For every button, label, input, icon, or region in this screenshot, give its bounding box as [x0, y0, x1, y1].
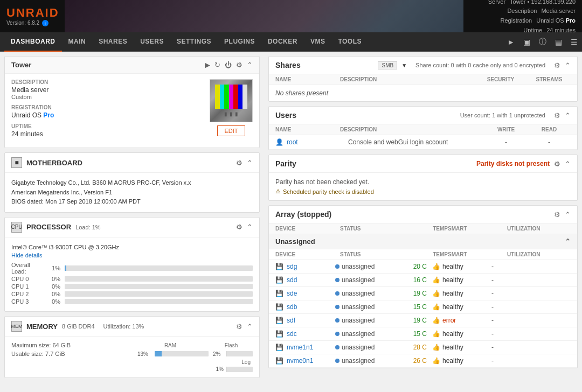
device-status-sdb: unassigned — [335, 303, 400, 311]
device-name-sde[interactable]: sde — [287, 290, 335, 297]
menu-icon[interactable]: ☰ — [571, 38, 578, 46]
smart-text-sde: healthy — [442, 290, 463, 297]
processor-settings-icon[interactable]: ⚙ — [236, 223, 242, 231]
unassigned-collapse-icon[interactable]: ⌃ — [565, 237, 571, 246]
motherboard-collapse-icon[interactable]: ⌃ — [247, 159, 253, 167]
shares-settings-icon[interactable]: ⚙ — [554, 61, 560, 69]
cpu2-pct: 0% — [45, 291, 60, 297]
shares-col-desc: DESCRIPTION — [340, 76, 474, 82]
help-icon[interactable]: ⓘ — [539, 37, 546, 47]
array-table-header: DEVICE STATUS TEMP SMART UTILIZATION — [269, 223, 577, 234]
processor-collapse-icon[interactable]: ⌃ — [247, 223, 253, 231]
no-shares-text: No shares present — [269, 85, 577, 101]
flash-pct: 2% — [213, 351, 224, 357]
tower-collapse-icon[interactable]: ⌃ — [247, 61, 253, 69]
nav-main[interactable]: MAIN — [62, 32, 93, 52]
device-temp-sdd: 16 C — [400, 276, 432, 284]
shares-col-name: NAME — [275, 76, 340, 82]
device-status-sde: unassigned — [335, 290, 400, 297]
user-read-root: - — [528, 138, 571, 146]
array-collapse-icon[interactable]: ⌃ — [565, 211, 571, 219]
parity-collapse-icon[interactable]: ⌃ — [565, 160, 571, 168]
cpu-model: Intel® Core™ i3-9300T CPU @ 3.20GHz — [11, 243, 253, 253]
left-panel: Tower ▶ ↻ ⏻ ⚙ ⌃ DESCRIPTION Media server — [0, 52, 264, 392]
nav-vms[interactable]: VMS — [304, 32, 332, 52]
tower-power-icon[interactable]: ⏻ — [225, 61, 232, 69]
device-name-sdb[interactable]: sdb — [287, 303, 335, 311]
cpu3-pct: 0% — [45, 298, 60, 305]
nav-tools[interactable]: TOOLS — [331, 32, 368, 52]
parity-body-text: Parity has not been checked yet. — [275, 178, 571, 186]
terminal-icon[interactable]: ► — [507, 38, 515, 46]
nav-docker[interactable]: DOCKER — [261, 32, 304, 52]
flash-bar — [226, 351, 253, 356]
share-count: Share count: 0 with 0 cache only and 0 e… — [415, 62, 545, 68]
nav-shares[interactable]: SHARES — [92, 32, 134, 52]
device-util-sdb: - — [491, 303, 571, 311]
users-settings-icon[interactable]: ⚙ — [554, 111, 560, 120]
memory-collapse-icon[interactable]: ⌃ — [247, 323, 253, 331]
device-util-sdd: - — [491, 276, 571, 284]
motherboard-settings-icon[interactable]: ⚙ — [236, 159, 242, 167]
device-status-sdd: unassigned — [335, 276, 400, 284]
users-collapse-icon[interactable]: ⌃ — [565, 111, 571, 120]
device-rows: 💾 sdg unassigned 20 C 👍 healthy - 💾 sdd … — [269, 260, 577, 368]
device-name-sdc[interactable]: sdc — [287, 330, 335, 338]
device-row: 💾 sde unassigned 19 C 👍 healthy - — [269, 287, 577, 300]
server-info: Server Tower • 192.168.199.220 Descripti… — [488, 0, 576, 32]
status-dot-nvme1n1 — [335, 345, 340, 349]
drive-icon: 💾 — [275, 330, 283, 338]
shares-collapse-icon[interactable]: ⌃ — [565, 61, 571, 69]
nav-settings[interactable]: SETTINGS — [170, 32, 218, 52]
device-row: 💾 sdf unassigned 19 C 👍 error - — [269, 314, 577, 327]
parity-settings-icon[interactable]: ⚙ — [554, 160, 560, 168]
device-util-sdg: - — [491, 263, 571, 270]
device-util-sdc: - — [491, 330, 571, 338]
nav-dashboard[interactable]: DASHBOARD — [4, 32, 62, 52]
device-name-nvme0n1[interactable]: nvme0n1 — [287, 357, 335, 365]
motherboard-line2: American Megatrends Inc., Version F1 — [11, 188, 253, 198]
monitor-icon[interactable]: ▣ — [523, 38, 530, 46]
device-name-sdg[interactable]: sdg — [287, 263, 335, 270]
smart-thumb-sdf: 👍 — [432, 317, 440, 324]
smart-thumb-sdg: 👍 — [432, 263, 440, 270]
nav-plugins[interactable]: PLUGINS — [218, 32, 261, 52]
tower-reg-label: REGISTRATION — [11, 104, 210, 110]
device-name-nvme1n1[interactable]: nvme1n1 — [287, 344, 335, 351]
tower-refresh-icon[interactable]: ↻ — [214, 61, 220, 69]
smart-thumb-sde: 👍 — [432, 290, 440, 297]
smb-badge[interactable]: SMB — [378, 61, 397, 69]
users-col-read: READ — [528, 127, 571, 132]
drive-icon: 💾 — [275, 263, 283, 270]
tower-play-icon[interactable]: ▶ — [205, 61, 210, 69]
user-write-root: - — [484, 138, 528, 146]
server-value: Tower • 192.168.199.220 — [510, 0, 576, 6]
device-temp-sdc: 15 C — [400, 330, 432, 338]
display-icon[interactable]: ▤ — [555, 38, 562, 46]
device-name-sdd[interactable]: sdd — [287, 276, 335, 284]
edit-button[interactable]: EDIT — [217, 125, 245, 136]
device-name-sdf[interactable]: sdf — [287, 317, 335, 324]
processor-body: Intel® Core™ i3-9300T CPU @ 3.20GHz Hide… — [5, 237, 259, 312]
array-header: Array (stopped) ⚙ ⌃ — [269, 206, 577, 223]
user-name-root[interactable]: root — [287, 138, 348, 146]
user-desc-root: Console and webGui login account — [348, 138, 484, 146]
array-col-smart: SMART — [448, 226, 507, 232]
nav-users[interactable]: USERS — [134, 32, 170, 52]
log-bar-fill — [226, 367, 226, 372]
processor-icon: CPU — [11, 222, 22, 233]
device-smart-nvme0n1: 👍 healthy — [432, 357, 491, 365]
tower-settings-icon[interactable]: ⚙ — [236, 61, 242, 69]
device-status-sdc: unassigned — [335, 330, 400, 338]
overall-load-pct: 1% — [45, 265, 60, 271]
array-col-util: UTILIZATION — [507, 226, 571, 232]
array-settings-icon[interactable]: ⚙ — [554, 211, 560, 219]
hide-details-link[interactable]: Hide details — [11, 252, 253, 258]
user-count: User count: 1 with 1 unprotected — [460, 112, 545, 118]
smart-text-sdd: healthy — [442, 276, 463, 284]
device-util-sde: - — [491, 290, 571, 297]
processor-load: Load: 1% — [75, 224, 100, 230]
smart-thumb-nvme1n1: 👍 — [432, 344, 440, 351]
memory-settings-icon[interactable]: ⚙ — [236, 323, 242, 331]
parity-status: Parity disks not present — [476, 160, 550, 167]
